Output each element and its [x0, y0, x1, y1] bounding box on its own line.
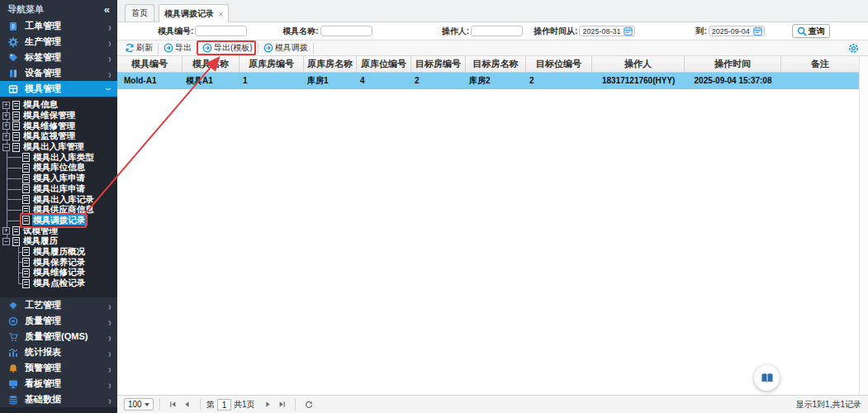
- tree-item-mold-history[interactable]: −模具履历: [0, 236, 117, 247]
- collapse-icon[interactable]: −: [2, 238, 10, 245]
- column-header[interactable]: 操作人: [592, 56, 685, 72]
- list-icon: [12, 237, 20, 246]
- table-row-selected[interactable]: Mold-A1 模具A1 1 库房1 4 2 库房2 2 18317121760…: [117, 73, 868, 89]
- expand-icon[interactable]: +: [2, 102, 10, 109]
- sidebar-item-kanban-mgmt[interactable]: 看板管理 ›: [0, 376, 117, 392]
- page-prefix-label: 第: [206, 399, 215, 411]
- mold-name-label: 模具名称:: [282, 26, 318, 37]
- tree-item-mold-info[interactable]: +模具信息: [0, 100, 117, 111]
- column-header[interactable]: 模具名称: [183, 56, 240, 72]
- sidebar-item-label-mgmt[interactable]: 标签管理 ›: [0, 50, 117, 65]
- list-icon: [22, 174, 30, 183]
- expand-icon[interactable]: +: [2, 133, 10, 140]
- database-icon: [7, 394, 18, 405]
- list-icon: [12, 121, 20, 131]
- tab-label: 首页: [131, 7, 148, 19]
- export-button[interactable]: 导出: [161, 42, 194, 55]
- column-header[interactable]: 原库位编号: [357, 56, 411, 72]
- tree-item-mold-maintenance-mgmt[interactable]: +模具维保管理: [0, 111, 117, 121]
- cell: 2025-09-04 15:37:08: [685, 73, 781, 89]
- export-label: 导出: [175, 42, 192, 54]
- operator-input[interactable]: [471, 26, 523, 36]
- column-header[interactable]: 备注: [781, 56, 859, 72]
- page-size-select[interactable]: 100: [124, 398, 154, 411]
- refresh-button[interactable]: 刷新: [122, 42, 155, 55]
- sidebar-item-label: 统计报表: [25, 346, 61, 358]
- last-page-button[interactable]: [275, 401, 289, 408]
- expand-icon[interactable]: +: [2, 227, 10, 235]
- sidebar-item-work-order-mgmt[interactable]: 工单管理 ›: [0, 18, 117, 34]
- column-header[interactable]: 目标位编号: [526, 56, 592, 72]
- mold-transfer-button[interactable]: 模具调拨: [261, 42, 311, 55]
- refresh-label: 刷新: [136, 42, 153, 54]
- tab-home[interactable]: 首页: [125, 4, 154, 21]
- search-button[interactable]: 查询: [792, 24, 830, 38]
- page-number-input[interactable]: 1: [217, 399, 231, 411]
- next-page-button[interactable]: [261, 401, 275, 408]
- sidebar: 导航菜单 « 工单管理 › 生产管理 › 标签管理 › 设备管理 › 模具管理 …: [0, 0, 117, 413]
- tree-item-mold-inout-mgmt[interactable]: −模具出入库管理: [0, 142, 117, 153]
- tree-item-mold-inout-type[interactable]: 模具出入库类型: [0, 152, 117, 163]
- tree-item-mold-outbound-request[interactable]: 模具出库申请: [0, 184, 117, 195]
- tree-item-mold-inout-records[interactable]: 模具出入库记录: [0, 194, 117, 205]
- to-input[interactable]: 2025-09-04: [709, 26, 765, 36]
- column-header[interactable]: 模具编号: [117, 56, 183, 72]
- first-page-button[interactable]: [166, 401, 180, 408]
- sidebar-item-alert-mgmt[interactable]: 预警管理 ›: [0, 360, 117, 376]
- column-header[interactable]: 操作时间: [685, 56, 781, 72]
- record-count-status: 显示1到1,共1记录: [796, 399, 861, 411]
- tree-item-mold-monitor-mgmt[interactable]: +模具监视管理: [0, 131, 117, 142]
- chevron-right-icon: ›: [109, 50, 111, 64]
- sidebar-item-statistics-reports[interactable]: 统计报表 ›: [0, 344, 117, 360]
- close-tab-icon[interactable]: ×: [218, 9, 223, 19]
- reload-button[interactable]: [301, 401, 316, 409]
- sidebar-header: 导航菜单 «: [0, 0, 117, 18]
- list-icon: [12, 101, 20, 110]
- column-header[interactable]: 原库房编号: [240, 56, 304, 72]
- settings-gear-icon[interactable]: [848, 43, 859, 54]
- refresh-icon: [125, 43, 135, 53]
- tree-item-mold-repair-mgmt[interactable]: +模具维修管理: [0, 121, 117, 131]
- sidebar-item-production-mgmt[interactable]: 生产管理 ›: [0, 34, 117, 50]
- sidebar-item-quality-mgmt[interactable]: 质量管理 ›: [0, 313, 117, 329]
- export-template-icon: [202, 43, 212, 53]
- expand-icon[interactable]: +: [2, 112, 10, 120]
- sidebar-item-process-mgmt[interactable]: 工艺管理 ›: [0, 297, 117, 313]
- tree-item-mold-location-info[interactable]: 模具库位信息: [0, 163, 117, 173]
- tree-item-trial-mold-mgmt[interactable]: +试模管理: [0, 225, 117, 236]
- column-header[interactable]: 原库房名称: [304, 56, 357, 72]
- mold-name-input[interactable]: [320, 26, 372, 36]
- tree-item-mold-transfer-records[interactable]: 模具调拨记录: [0, 216, 117, 226]
- chevron-right-icon: ›: [109, 314, 111, 328]
- export-icon: [164, 43, 173, 53]
- total-pages-label: 共1页: [234, 399, 255, 411]
- chevron-right-icon: ›: [109, 361, 111, 375]
- export-template-button[interactable]: 导出(模板): [200, 42, 255, 55]
- sidebar-item-equipment-mgmt[interactable]: 设备管理 ›: [0, 65, 117, 81]
- pagination-bar: 100 第 1 共1页 显示1到1,共1记录: [117, 395, 868, 413]
- collapse-sidebar-icon[interactable]: «: [104, 3, 110, 16]
- expand-icon[interactable]: +: [2, 122, 10, 130]
- column-header[interactable]: 目标房编号: [411, 56, 466, 72]
- sidebar-item-mold-mgmt[interactable]: 模具管理 ›: [0, 81, 117, 97]
- list-icon: [12, 143, 20, 152]
- collapse-icon[interactable]: −: [2, 144, 10, 151]
- dropdown-arrow-icon: [145, 403, 149, 406]
- tree-item-mold-supplier-info[interactable]: 模具供应商信息: [0, 205, 117, 216]
- chevron-right-icon: ›: [109, 19, 111, 33]
- sidebar-item-label: 生产管理: [25, 36, 61, 48]
- sidebar-item-base-data[interactable]: 基础数据 ›: [0, 392, 117, 407]
- chevron-right-icon: ›: [109, 377, 111, 391]
- sidebar-item-qms-mgmt[interactable]: 质量管理(QMS) ›: [0, 329, 117, 344]
- column-header[interactable]: 目标房名称: [466, 56, 526, 72]
- tab-mold-transfer-records[interactable]: 模具调拨记录×: [159, 4, 229, 22]
- main-panel: 首页 模具调拨记录× 模具编号: 模具名称: 操作人: 操作时间从: 2025-…: [117, 0, 868, 413]
- scrollbar-track[interactable]: [859, 56, 868, 395]
- prev-page-button[interactable]: [180, 401, 194, 408]
- help-book-button[interactable]: [754, 365, 780, 391]
- transfer-icon: [263, 43, 273, 53]
- tree-item-mold-inbound-request[interactable]: 模具入库申请: [0, 173, 117, 184]
- list-icon: [22, 216, 30, 225]
- mold-code-input[interactable]: [195, 26, 247, 36]
- time-from-input[interactable]: 2025-08-31: [579, 26, 635, 36]
